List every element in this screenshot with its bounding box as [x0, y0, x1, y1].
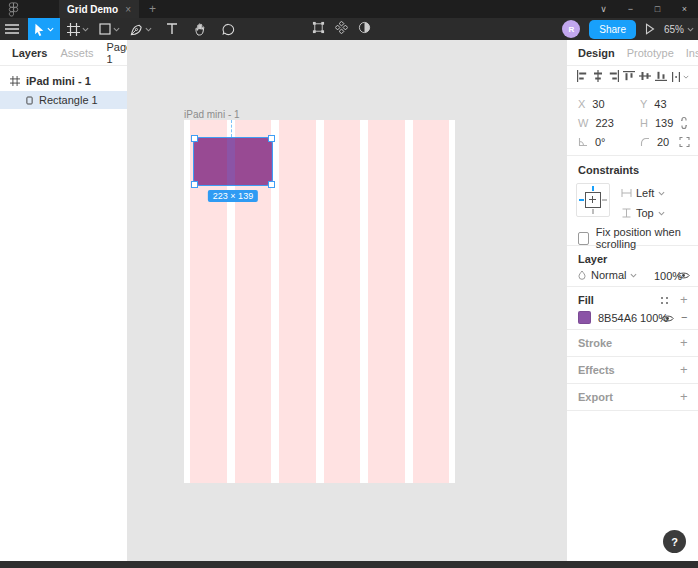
frame-tool-button[interactable]	[62, 18, 94, 40]
align-left-button[interactable]	[576, 70, 588, 84]
fill-hex-field[interactable]: 8B54A6	[598, 312, 637, 324]
x-value: 30	[592, 98, 604, 110]
inspector-panel: Design Prototype Inspect X30 Y43 W223 H1…	[567, 40, 698, 561]
close-icon[interactable]: ×	[671, 0, 698, 18]
add-effect-button[interactable]: +	[680, 362, 688, 377]
hand-tool-button[interactable]	[189, 18, 212, 40]
resize-handle-sw[interactable]	[191, 181, 198, 188]
stroke-title: Stroke	[578, 337, 612, 349]
x-field[interactable]: X30	[578, 98, 605, 110]
fill-visibility-toggle[interactable]	[661, 314, 674, 323]
layer-row-frame[interactable]: iPad mini - 1	[0, 72, 127, 89]
mask-button[interactable]	[358, 20, 371, 38]
hand-icon	[194, 22, 207, 36]
text-icon	[166, 23, 178, 35]
vertical-constraint-select[interactable]: Top	[621, 207, 665, 219]
blend-mode-select[interactable]: Normal	[577, 269, 637, 281]
horizontal-constraint-select[interactable]: Left	[621, 187, 665, 199]
file-tab[interactable]: Grid Demo ×	[59, 0, 139, 18]
stroke-section: Stroke +	[567, 330, 698, 357]
move-tool-button[interactable]	[28, 18, 60, 40]
align-h-centers-button[interactable]	[592, 70, 604, 84]
layer-visibility-toggle[interactable]	[677, 271, 690, 280]
constrain-proportions-toggle[interactable]	[679, 116, 689, 129]
eye-icon	[661, 314, 674, 323]
width-field[interactable]: W223	[578, 117, 614, 129]
window-menu-icon[interactable]: ∨	[590, 0, 617, 18]
blend-mode-icon	[577, 270, 587, 281]
present-button[interactable]	[645, 23, 655, 35]
effects-title: Effects	[578, 364, 615, 376]
add-export-button[interactable]: +	[680, 389, 688, 404]
constraints-widget[interactable]	[576, 183, 610, 217]
fill-styles-button[interactable]	[660, 296, 669, 305]
y-field[interactable]: Y43	[640, 98, 667, 110]
vertical-constraint-icon	[621, 208, 632, 218]
align-v-centers-button[interactable]	[639, 70, 651, 84]
help-button[interactable]: ?	[663, 530, 686, 553]
artboard-label[interactable]: iPad mini - 1	[184, 109, 240, 120]
fill-color-swatch[interactable]	[578, 311, 591, 324]
position-row-rotation-radius: 0° 20	[567, 132, 698, 151]
corner-radius-icon	[640, 137, 650, 147]
y-label: Y	[640, 98, 647, 110]
resize-handle-se[interactable]	[268, 181, 275, 188]
minimize-icon[interactable]: −	[617, 0, 644, 18]
layer-row-rectangle[interactable]: Rectangle 1	[0, 91, 127, 109]
artboard-ipad-mini[interactable]: 223 × 139	[184, 120, 455, 483]
align-bottom-button[interactable]	[655, 70, 667, 84]
align-top-button[interactable]	[623, 70, 635, 84]
position-row-wh: W223 H139	[567, 113, 698, 132]
maximize-icon[interactable]: □	[644, 0, 671, 18]
fill-section: Fill + 8B54A6 100% −	[567, 287, 698, 330]
fix-position-checkbox[interactable]	[578, 232, 589, 245]
titlebar: Grid Demo × + ∨ − □ ×	[0, 0, 698, 18]
avatar[interactable]: R	[562, 20, 580, 38]
resize-handle-nw[interactable]	[191, 135, 198, 142]
position-section: X30 Y43 W223 H139 0° 20	[567, 89, 698, 156]
tab-layers[interactable]: Layers	[12, 47, 47, 59]
edit-object-button[interactable]	[312, 20, 325, 38]
corner-radius-field[interactable]: 20	[640, 136, 669, 148]
resize-handle-ne[interactable]	[268, 135, 275, 142]
layer-section: Layer Normal 100%	[567, 246, 698, 287]
main-menu-button[interactable]	[0, 18, 24, 40]
tab-design[interactable]: Design	[578, 47, 615, 59]
pen-tool-button[interactable]	[125, 18, 157, 40]
new-tab-button[interactable]: +	[149, 2, 156, 16]
distribute-more-button[interactable]	[671, 71, 689, 83]
text-tool-button[interactable]	[161, 18, 183, 40]
size-badge: 223 × 139	[208, 190, 258, 202]
tab-assets[interactable]: Assets	[60, 47, 93, 59]
remove-fill-button[interactable]: −	[681, 311, 687, 323]
effects-section: Effects +	[567, 357, 698, 384]
eye-icon	[677, 271, 690, 280]
align-right-button[interactable]	[608, 70, 620, 84]
file-tab-title: Grid Demo	[67, 4, 118, 15]
tab-prototype[interactable]: Prototype	[627, 47, 674, 59]
horizontal-constraint-value: Left	[636, 187, 654, 199]
comment-icon	[222, 23, 235, 36]
y-value: 43	[654, 98, 666, 110]
independent-corners-icon	[679, 136, 690, 147]
independent-corners-toggle[interactable]	[679, 136, 690, 147]
comment-tool-button[interactable]	[217, 18, 240, 40]
height-field[interactable]: H139	[640, 117, 673, 129]
rotation-field[interactable]: 0°	[578, 136, 606, 148]
zoom-menu[interactable]: 65%	[664, 24, 694, 35]
position-row-xy: X30 Y43	[567, 94, 698, 113]
shape-tool-button[interactable]	[94, 18, 125, 40]
chevron-down-icon	[113, 27, 120, 32]
create-component-button[interactable]	[335, 20, 348, 38]
h-label: H	[640, 117, 648, 129]
chevron-down-icon	[658, 211, 665, 216]
tab-inspect[interactable]: Inspect	[686, 47, 698, 59]
close-tab-icon[interactable]: ×	[125, 4, 131, 15]
rotation-value: 0°	[595, 136, 606, 148]
figma-window: Grid Demo × + ∨ − □ ×	[0, 0, 698, 568]
share-button[interactable]: Share	[589, 20, 636, 39]
canvas[interactable]: iPad mini - 1 223 × 139	[127, 40, 567, 561]
add-fill-button[interactable]: +	[680, 292, 688, 307]
add-stroke-button[interactable]: +	[680, 335, 688, 350]
component-icon	[335, 21, 348, 34]
